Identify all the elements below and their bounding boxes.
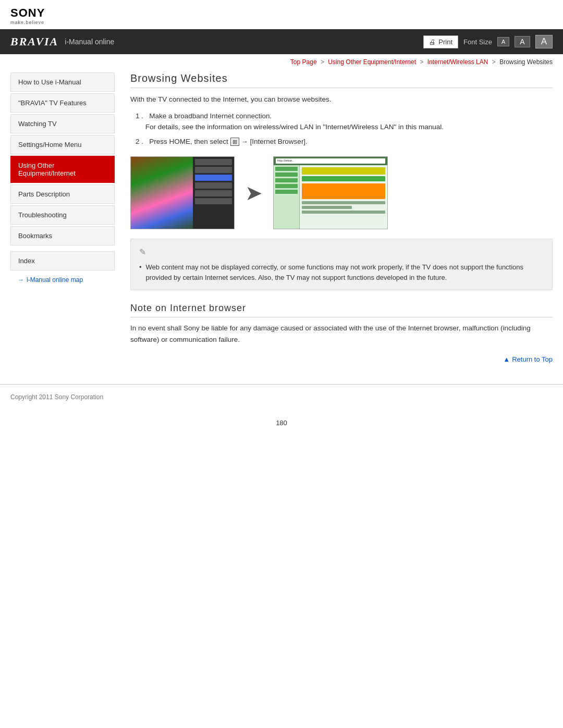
breadcrumb-using-other[interactable]: Using Other Equipment/Internet: [328, 58, 416, 66]
browser-text-line-1: [302, 201, 385, 204]
return-top-arrow-icon: ▲: [503, 355, 510, 363]
return-to-top-label: Return to Top: [512, 355, 553, 363]
browser-nav-item-1: [275, 167, 298, 171]
step-2: 2 . Press HOME, then select ⊞ → [Interne…: [136, 137, 553, 147]
step-2-num: 2 .: [136, 138, 143, 145]
tv-menu-item-6: [195, 198, 232, 204]
print-label: Print: [438, 38, 452, 46]
breadcrumb-current: Browsing Websites: [499, 58, 553, 66]
main-layout: How to Use i-Manual "BRAVIA" TV Features…: [0, 72, 563, 368]
image-row: ➤ http://www...: [130, 156, 553, 229]
sidebar-map-link[interactable]: → i-Manual online map: [10, 272, 115, 288]
step-1-num: 1 .: [136, 112, 143, 120]
tv-menu-item-1: [195, 159, 232, 165]
section2-title: Note on Internet browser: [130, 303, 553, 317]
bravia-logo: BRAVIA: [10, 35, 58, 48]
browser-nav-item-2: [275, 172, 298, 177]
breadcrumb-top-page[interactable]: Top Page: [290, 58, 317, 66]
nav-title: i-Manual online: [65, 38, 114, 46]
tv-screenshot-inner: [131, 157, 234, 229]
intro-text: With the TV connected to the Internet, y…: [130, 94, 553, 105]
print-button[interactable]: 🖨 Print: [423, 35, 458, 48]
browser-content: [274, 165, 387, 229]
note-icon: ✎: [139, 245, 544, 259]
breadcrumb-sep1: >: [321, 58, 324, 66]
page-title: Browsing Websites: [130, 72, 553, 88]
header-top: SONY make.believe: [0, 0, 563, 29]
font-small-button[interactable]: A: [497, 37, 509, 46]
tv-right-panel: [193, 157, 234, 229]
nav-bar-right: 🖨 Print Font Size A A A: [423, 35, 553, 48]
font-medium-button[interactable]: A: [515, 36, 530, 47]
footer: Copyright 2011 Sony Corporation: [0, 384, 563, 409]
browser-nav-item-4: [275, 184, 298, 188]
browser-url-bar: http://www...: [276, 158, 385, 164]
browser-text-line-3: [302, 211, 385, 214]
copyright-text: Copyright 2011 Sony Corporation: [10, 393, 103, 401]
sidebar-item-settings[interactable]: Settings/Home Menu: [10, 135, 115, 154]
sidebar-item-how-to-use[interactable]: How to Use i-Manual: [10, 72, 115, 92]
nav-bar-left: BRAVIA i-Manual online: [10, 35, 114, 48]
arrow-right-icon: →: [18, 276, 24, 283]
page-number: 180: [0, 409, 563, 432]
sidebar-item-index[interactable]: Index: [10, 251, 115, 270]
sidebar: How to Use i-Manual "BRAVIA" TV Features…: [10, 72, 115, 368]
tv-menu-item-2: [195, 167, 232, 173]
tv-menu-item-5: [195, 190, 232, 196]
note-text: Web content may not be displayed correct…: [146, 262, 544, 284]
breadcrumb-sep3: >: [492, 58, 496, 66]
breadcrumb-internet-lan[interactable]: Internet/Wireless LAN: [427, 58, 488, 66]
sidebar-item-using-other[interactable]: Using Other Equipment/Internet: [10, 156, 115, 183]
sony-logo: SONY make.believe: [10, 6, 553, 25]
breadcrumb-sep2: >: [420, 58, 423, 66]
note-box: ✎ • Web content may not be displayed cor…: [130, 239, 553, 290]
breadcrumb: Top Page > Using Other Equipment/Interne…: [0, 54, 563, 70]
sony-logo-text: SONY: [10, 6, 45, 20]
tv-screenshot: [130, 156, 235, 229]
tv-left-panel: [131, 157, 193, 229]
browser-nav-item-3: [275, 178, 298, 182]
note-bullet-dot: •: [139, 262, 142, 284]
browser-main-content: [300, 165, 387, 229]
step-1: 1 . Make a broadband Internet connection…: [136, 111, 553, 132]
map-link-label: i-Manual online map: [27, 276, 83, 283]
sidebar-divider: [10, 247, 115, 251]
sony-tagline: make.believe: [10, 20, 44, 25]
note-bullet: • Web content may not be displayed corre…: [139, 262, 544, 284]
steps-list: 1 . Make a broadband Internet connection…: [136, 111, 553, 147]
sidebar-item-troubleshooting[interactable]: Troubleshooting: [10, 205, 115, 225]
browser-img-block: [302, 183, 385, 199]
browser-left-nav: [274, 165, 300, 229]
browser-headline: [302, 176, 385, 181]
sidebar-item-bravia-tv[interactable]: "BRAVIA" TV Features: [10, 93, 115, 113]
browser-screenshot: http://www...: [273, 156, 388, 229]
font-large-button[interactable]: A: [535, 35, 553, 48]
content-area: Browsing Websites With the TV connected …: [125, 72, 553, 368]
sidebar-item-parts[interactable]: Parts Description: [10, 184, 115, 204]
arrow-forward-icon: ➤: [245, 181, 263, 205]
browser-top-bar: http://www...: [274, 157, 387, 165]
sidebar-item-watching-tv[interactable]: Watching TV: [10, 114, 115, 133]
nav-bar: BRAVIA i-Manual online 🖨 Print Font Size…: [0, 29, 563, 54]
section2-text: In no event shall Sony be liable for any…: [130, 323, 553, 345]
print-icon: 🖨: [429, 38, 436, 46]
return-to-top[interactable]: ▲ Return to Top: [130, 350, 553, 368]
tv-menu-item-3: [195, 175, 232, 181]
browser-header-banner: [302, 167, 385, 175]
tv-menu-item-4: [195, 182, 232, 189]
browser-text-line-2: [302, 206, 352, 209]
sidebar-item-bookmarks[interactable]: Bookmarks: [10, 226, 115, 245]
return-to-top-link[interactable]: ▲ Return to Top: [503, 355, 553, 363]
font-size-label: Font Size: [463, 38, 492, 46]
browser-nav-item-5: [275, 190, 298, 194]
